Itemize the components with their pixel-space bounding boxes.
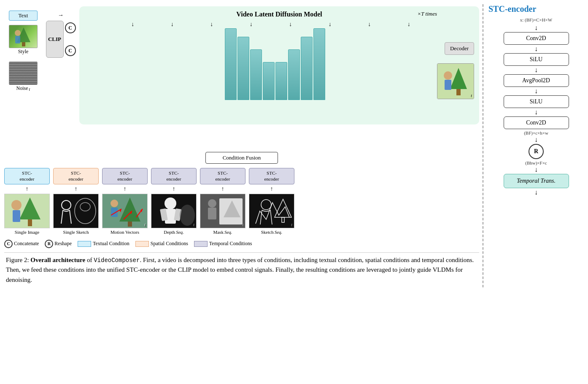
legend-temporal: Temporal Conditions (194, 241, 252, 247)
arrow-2: ↓ (171, 21, 174, 28)
depth-seq-italic: Seq. (176, 230, 184, 235)
diffusion-title: Video Latent Diffusion Model (84, 11, 474, 18)
arrow-up-3: ↑ (124, 186, 127, 192)
legend-temporal-label: Temporal Conditions (209, 241, 252, 247)
arrow-up-2: ↑ (75, 186, 78, 192)
stc-encoder-panel: STC-encoder x: (BF)×C×H×W ↓ Conv2D ↓ SiL… (483, 4, 584, 287)
stc-encoder-single-image: STC-encoder (4, 168, 50, 184)
arrow-8: ↓ (407, 21, 410, 28)
arrow-5: ↓ (289, 21, 292, 28)
unet-bar-6 (288, 49, 300, 100)
stc-temporal-trans: Temporal Trans. (504, 174, 569, 188)
sketch-seq-label: Sketch (261, 230, 274, 235)
condition-fusion-box: Condition Fusion (205, 152, 278, 164)
stc-encoder-depth: STC-encoder (151, 168, 197, 184)
legend-spatial-label: Spatial Conditions (151, 241, 188, 247)
unet-bar-1 (225, 28, 237, 100)
svg-point-33 (165, 197, 176, 209)
output-image: t (437, 63, 474, 99)
unet-bar-7 (301, 37, 313, 100)
stc-encoder-single-sketch: STC-encoder (53, 168, 99, 184)
unet-bar-4 (263, 62, 275, 100)
arrow-up-6: ↑ (270, 186, 273, 192)
unet-bar-3 (250, 49, 262, 100)
legend-textual: Textual Condition (78, 241, 129, 247)
legend-reshape: R Reshape (45, 240, 72, 248)
legend-concat-label: Concatenate (14, 241, 39, 247)
stc-arrow-4: ↓ (534, 108, 538, 116)
stc-encoder-motion: STC-encoder (102, 168, 148, 184)
arrow-3: ↓ (210, 21, 213, 28)
unet-bar-2 (237, 37, 249, 100)
legend-spatial: Spatial Conditions (135, 241, 188, 247)
stc-conv2d-1: Conv2D (504, 32, 569, 45)
style-image (9, 25, 38, 48)
stc-input-formula: x: (BF)×C×H×W (520, 17, 552, 22)
svg-point-40 (208, 199, 216, 208)
arrow-7: ↓ (368, 21, 371, 28)
arrow-up-1: ↑ (26, 186, 29, 192)
decoder-box: Decoder (445, 42, 474, 55)
stc-silu-2: SiLU (504, 95, 569, 108)
unet-bar-5 (275, 62, 287, 100)
sketch-seq-italic: Seq. (275, 230, 283, 235)
svg-point-10 (444, 71, 452, 80)
svg-rect-17 (54, 194, 99, 228)
stc-arrow-5: ↓ (534, 136, 538, 143)
mask-seq-label: Mask (213, 230, 223, 235)
concat-circle-top: C (65, 22, 76, 33)
stc-arrow-3: ↓ (534, 87, 538, 95)
stc-arrow-0: ↓ (534, 24, 538, 32)
svg-point-3 (15, 30, 21, 36)
stc-arrow-2: ↓ (534, 66, 538, 74)
stc-arrow-1: ↓ (534, 45, 538, 53)
group-depth-seq: STC-encoder ↑ t (151, 168, 197, 235)
stc-arrow-6: ↓ (534, 166, 538, 173)
concat-circle-bottom: C (65, 45, 76, 56)
clip-block: CLIP (46, 21, 64, 58)
arrow-1: ↓ (131, 21, 134, 28)
stc-mid-formula: (BF)×c×h×w (524, 130, 548, 135)
stc-avgpool: AvgPool2D (504, 74, 569, 87)
arrow-4: ↓ (250, 21, 253, 28)
svg-rect-14 (28, 219, 32, 226)
stc-encoder-sketch-seq: STC-encoder (249, 168, 294, 184)
times-label: ×T times (418, 11, 437, 17)
group-sketch-seq: STC-encoder ↑ (249, 168, 294, 235)
single-image-img (4, 194, 50, 228)
group-motion-vectors: STC-encoder ↑ (102, 168, 148, 235)
svg-point-15 (11, 200, 22, 210)
sketch-seq-img: t (249, 194, 294, 228)
figure-num: Figure 2: (6, 257, 29, 263)
svg-point-37 (180, 205, 195, 226)
noise-image (9, 62, 38, 85)
legend-concat: C Concatenate (4, 240, 39, 248)
mask-seq-img: t (200, 194, 245, 228)
single-image-label: Single Image (15, 230, 39, 235)
svg-rect-9 (456, 89, 461, 95)
svg-rect-11 (445, 80, 451, 90)
text-input-box: Text (9, 11, 38, 21)
stc-encoder-mask: STC-encoder (200, 168, 245, 184)
style-label: Style (18, 49, 29, 55)
legend-textual-label: Textual Condition (93, 241, 129, 247)
svg-rect-4 (15, 36, 20, 43)
group-single-image: STC-encoder ↑ Single Image (4, 168, 50, 235)
legend-reshape-label: Reshape (54, 241, 72, 247)
group-mask-seq: STC-encoder ↑ t (200, 168, 245, 235)
depth-seq-img: t (151, 194, 197, 228)
svg-rect-41 (208, 208, 216, 219)
arrow-up-5: ↑ (221, 186, 224, 192)
caption-code: VideoComposer (94, 257, 140, 264)
stc-reshape-circle: R (529, 144, 544, 159)
stc-silu-1: SiLU (504, 53, 569, 66)
svg-rect-23 (128, 222, 132, 227)
single-sketch-img (53, 194, 99, 228)
caption-strong: Overall architecture (30, 257, 85, 263)
stc-encoder-title: STC-encoder (488, 4, 536, 14)
group-single-sketch: STC-encoder ↑ (53, 168, 99, 235)
noise-label: Noise (16, 85, 28, 92)
mask-seq-italic: Seq. (224, 230, 232, 235)
svg-point-24 (111, 200, 118, 207)
depth-seq-label: Depth (164, 230, 175, 235)
